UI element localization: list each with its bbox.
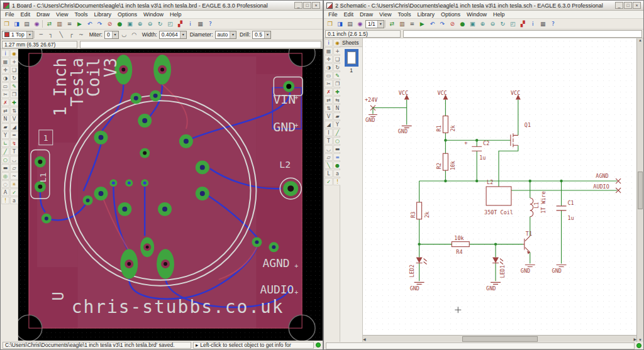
- undo-icon[interactable]: ↶: [85, 19, 94, 28]
- replace-icon[interactable]: ⇅: [10, 107, 18, 114]
- command-input[interactable]: [403, 30, 642, 38]
- copy-icon[interactable]: ❏: [10, 66, 18, 74]
- polygon-icon[interactable]: ▱: [325, 153, 333, 161]
- menu-tools[interactable]: Tools: [71, 11, 91, 18]
- menu-edit[interactable]: Edit: [341, 11, 357, 18]
- menu-view[interactable]: View: [376, 11, 394, 18]
- scroll-left-icon[interactable]: ◀: [363, 337, 366, 341]
- go-icon[interactable]: ●: [115, 19, 125, 28]
- vertical-scrollbar[interactable]: ▲ ▼: [636, 38, 643, 342]
- group-icon[interactable]: ▭: [1, 82, 9, 90]
- menu-file[interactable]: File: [325, 11, 341, 18]
- miter-icon[interactable]: ◢: [325, 121, 333, 128]
- resistor-r3[interactable]: R3 2k: [410, 202, 430, 219]
- diameter-combo[interactable]: auto ▾: [215, 31, 237, 39]
- maximize-button[interactable]: □: [303, 2, 311, 9]
- run-ulp-icon[interactable]: ▶: [75, 19, 84, 28]
- change-icon[interactable]: ✎: [10, 82, 18, 90]
- save-icon[interactable]: ◨: [335, 19, 345, 28]
- help-icon[interactable]: ?: [206, 19, 215, 28]
- polygon-icon[interactable]: ▱: [10, 164, 18, 172]
- value-icon[interactable]: V: [325, 112, 333, 120]
- eagle-tool-icon[interactable]: ▞: [518, 19, 528, 28]
- show-icon[interactable]: ◉: [10, 50, 18, 57]
- script-icon[interactable]: ≡: [65, 19, 74, 28]
- resistor-r4[interactable]: 10k R4: [452, 235, 469, 255]
- menu-help[interactable]: Help: [490, 11, 508, 18]
- open-icon[interactable]: ❒: [325, 19, 335, 28]
- layer-combo[interactable]: 1 Top ▾: [2, 31, 33, 39]
- board-canvas[interactable]: 1 Inch Tesla Coil V3 chris-stubbs.co.uk …: [18, 49, 323, 341]
- open-icon[interactable]: ❒: [2, 19, 11, 28]
- sheet-combo[interactable]: 1/1 ▾: [365, 20, 384, 28]
- sheet-thumbnail[interactable]: [345, 49, 358, 67]
- mirror-icon[interactable]: ◑: [1, 74, 9, 82]
- menu-view[interactable]: View: [53, 11, 71, 18]
- wire-icon[interactable]: ╱: [1, 148, 9, 155]
- move-icon[interactable]: ✛: [325, 55, 333, 63]
- menu-window[interactable]: Window: [140, 11, 167, 18]
- arc-up-icon[interactable]: ◠: [130, 30, 139, 39]
- run-ulp-icon[interactable]: ▶: [418, 19, 427, 28]
- info-icon[interactable]: i: [1, 50, 9, 57]
- eagle-tool-icon[interactable]: ▞: [175, 19, 185, 28]
- zoom-in-icon[interactable]: ⊕: [478, 19, 487, 28]
- resistor-r2[interactable]: R2 10k: [436, 153, 456, 170]
- ripup-icon[interactable]: ↯: [10, 139, 18, 147]
- scrollbar-thumb[interactable]: [638, 172, 643, 209]
- scrollbar-thumb[interactable]: [462, 336, 538, 342]
- errors-icon[interactable]: !: [1, 197, 9, 204]
- text-icon[interactable]: T: [325, 137, 333, 145]
- signal-icon[interactable]: ~: [10, 172, 18, 180]
- capacitor-c1[interactable]: C1 1u: [557, 200, 574, 221]
- width-combo[interactable]: 0.4064 ▾: [159, 31, 187, 39]
- arc-icon[interactable]: ◡: [325, 145, 333, 153]
- menu-edit[interactable]: Edit: [18, 11, 34, 18]
- schematic-canvas[interactable]: +24V GND: [363, 38, 636, 335]
- menu-library[interactable]: Library: [414, 11, 438, 18]
- hole-icon[interactable]: ◌: [1, 180, 9, 188]
- menu-file[interactable]: File: [2, 11, 18, 18]
- schematic-titlebar[interactable]: 2 Schematic - C:\Users\Chris\Documents\e…: [324, 1, 643, 11]
- display-icon[interactable]: ▦: [1, 58, 9, 65]
- supply-24v[interactable]: +24V GND: [365, 97, 377, 124]
- menu-draw[interactable]: Draw: [357, 11, 376, 18]
- add-icon[interactable]: ✚: [10, 99, 18, 106]
- cam-icon[interactable]: ◉: [355, 19, 365, 28]
- split-icon[interactable]: Y: [1, 131, 9, 139]
- menu-help[interactable]: Help: [167, 11, 185, 18]
- move-icon[interactable]: ✛: [1, 66, 9, 74]
- label-icon[interactable]: L: [325, 170, 333, 177]
- miter-icon[interactable]: ◢: [10, 123, 18, 131]
- drill-combo[interactable]: 0.5 ▾: [252, 31, 271, 39]
- net-labels[interactable]: AGND AUDIO: [593, 173, 621, 193]
- wire-bend-1-icon[interactable]: ┐: [47, 30, 56, 39]
- display-layers-icon[interactable]: ▦: [538, 19, 548, 28]
- minimize-button[interactable]: _: [615, 2, 623, 9]
- script-icon[interactable]: ≡: [408, 19, 417, 28]
- close-button[interactable]: ×: [633, 2, 641, 9]
- arc-down-icon[interactable]: ◡: [119, 30, 129, 39]
- inductor-l1[interactable]: L1 1T Wire: [530, 191, 547, 217]
- redo-icon[interactable]: ↷: [95, 19, 104, 28]
- maximize-button[interactable]: □: [624, 2, 632, 9]
- replace-icon[interactable]: ⇅: [325, 104, 333, 112]
- miter-combo[interactable]: 0 ▾: [104, 31, 119, 39]
- help-icon[interactable]: ?: [548, 19, 558, 28]
- net-icon[interactable]: ╲: [325, 161, 333, 169]
- redo-icon[interactable]: ↷: [438, 19, 447, 28]
- smash-icon[interactable]: ▰: [1, 123, 9, 131]
- name-icon[interactable]: N: [1, 115, 9, 123]
- net-wires[interactable]: [373, 100, 617, 282]
- pinswap-icon[interactable]: ⇄: [1, 107, 9, 114]
- board-schematic-switch-icon[interactable]: ⇄: [387, 19, 397, 28]
- cut-icon[interactable]: ✂: [1, 90, 9, 98]
- delete-icon[interactable]: ✗: [325, 88, 333, 96]
- display-icon[interactable]: ▦: [325, 47, 333, 55]
- zoom-select-icon[interactable]: ◰: [165, 19, 175, 28]
- zoom-out-icon[interactable]: ⊖: [145, 19, 155, 28]
- erc-icon[interactable]: ✓: [325, 178, 333, 185]
- board-titlebar[interactable]: 1 Board - C:\Users\Chris\Documents\eagle…: [1, 1, 323, 11]
- led1[interactable]: LED1: [492, 258, 506, 278]
- paste-icon[interactable]: ❐: [10, 90, 18, 98]
